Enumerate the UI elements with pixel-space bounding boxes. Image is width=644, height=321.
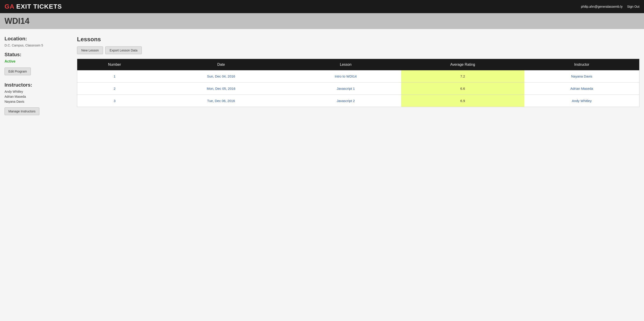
table-cell-date: Sun, Dec 04, 2016 [152,70,290,83]
program-header: WDI14 [0,13,644,29]
table-row[interactable]: 2Mon, Dec 05, 2016Javascript 16.6Adrian … [77,83,640,95]
table-header-cell: Instructor [524,59,640,71]
app-title-ga: GA [4,3,14,10]
new-lesson-button[interactable]: New Lesson [77,47,103,54]
location-value: D.C. Campus, Classroom 5 [4,44,68,47]
table-cell-instructor[interactable]: Nayana Davis [524,70,640,83]
table-cell-number[interactable]: 1 [77,70,152,83]
table-cell-lesson: Javascript 2 [290,95,401,107]
nav-right: philip.ahn@generalassemb.ly Sign Out [581,5,640,9]
instructors-label: Instructors: [4,82,68,88]
table-cell-instructor[interactable]: Andy Whitley [524,95,640,107]
program-title: WDI14 [4,16,30,26]
lessons-table: NumberDateLessonAverage RatingInstructor… [77,59,640,107]
table-header-row: NumberDateLessonAverage RatingInstructor [77,59,640,71]
manage-instructors-button[interactable]: Manage Instructors [4,107,40,115]
app-title: GA EXIT TICKETS [4,3,62,10]
status-label: Status: [4,52,68,58]
table-cell-instructor[interactable]: Adrian Maseda [524,83,640,95]
table-header-cell: Date [152,59,290,71]
table-cell-number[interactable]: 3 [77,95,152,107]
location-label: Location: [4,36,68,42]
table-cell-avg_rating: 6.6 [401,83,524,95]
table-header-cell: Lesson [290,59,401,71]
main-content: Location: D.C. Campus, Classroom 5 Statu… [0,29,644,321]
instructor-name: Andy Whitley [4,90,68,93]
export-lesson-data-button[interactable]: Export Lesson Data [105,47,142,54]
table-cell-lesson: Javascript 1 [290,83,401,95]
instructor-name: Nayana Davis [4,100,68,103]
edit-program-button[interactable]: Edit Program [4,68,31,75]
status-value: Active [4,59,68,64]
table-cell-date: Mon, Dec 05, 2016 [152,83,290,95]
sign-out-link[interactable]: Sign Out [627,5,640,9]
table-header-cell: Number [77,59,152,71]
instructor-name: Adrian Maseda [4,95,68,98]
table-cell-lesson: Intro to WDI14 [290,70,401,83]
instructors-list: Andy WhitleyAdrian MasedaNayana Davis [4,90,68,103]
table-cell-avg_rating: 7.2 [401,70,524,83]
lessons-area: Lessons New Lesson Export Lesson Data Nu… [77,36,640,319]
user-email: philip.ahn@generalassemb.ly [581,5,623,9]
top-navigation: GA EXIT TICKETS philip.ahn@generalassemb… [0,0,644,13]
lessons-actions: New Lesson Export Lesson Data [77,47,640,54]
app-title-rest: EXIT TICKETS [14,3,62,10]
table-cell-avg_rating: 6.9 [401,95,524,107]
lessons-tbody: 1Sun, Dec 04, 2016Intro to WDI147.2Nayan… [77,70,640,107]
sidebar: Location: D.C. Campus, Classroom 5 Statu… [4,36,68,319]
table-cell-number[interactable]: 2 [77,83,152,95]
lessons-title: Lessons [77,36,640,43]
table-cell-date: Tue, Dec 06, 2016 [152,95,290,107]
table-row[interactable]: 3Tue, Dec 06, 2016Javascript 26.9Andy Wh… [77,95,640,107]
table-header-cell: Average Rating [401,59,524,71]
table-row[interactable]: 1Sun, Dec 04, 2016Intro to WDI147.2Nayan… [77,70,640,83]
